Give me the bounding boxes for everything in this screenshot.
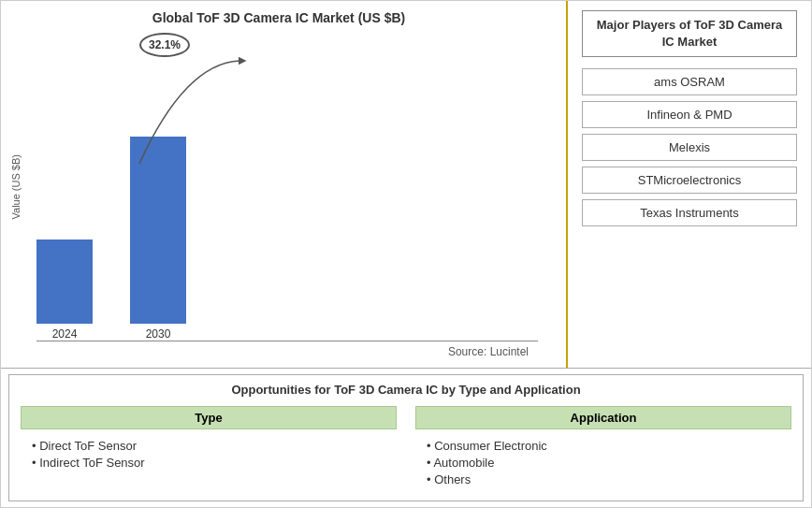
y-axis-label: Value (US $B) xyxy=(10,154,22,220)
player-item-4: Texas Instruments xyxy=(582,199,797,226)
type-header: Type xyxy=(21,406,397,429)
chart-wrapper: Value (US $B) 32.1% xyxy=(10,33,547,341)
bar-2030 xyxy=(130,137,186,324)
chart-title: Global ToF 3D Camera IC Market (US $B) xyxy=(152,10,405,25)
app-item-1: Automobile xyxy=(423,456,784,470)
bar-label-2030: 2030 xyxy=(146,327,171,341)
players-area: Major Players of ToF 3D Camera IC Market… xyxy=(568,1,811,368)
player-item-2: Melexis xyxy=(582,134,797,161)
cagr-annotation: 32.1% xyxy=(139,37,190,51)
app-item-0: Consumer Electronic xyxy=(423,439,784,453)
main-container: Global ToF 3D Camera IC Market (US $B) V… xyxy=(0,0,812,508)
type-items: Direct ToF Sensor Indirect ToF Sensor xyxy=(21,435,397,476)
player-item-1: Infineon & PMD xyxy=(582,101,797,128)
x-axis-line xyxy=(36,341,538,341)
chart-inner: 32.1% xyxy=(27,33,547,341)
bars-container: 32.1% xyxy=(27,33,547,341)
application-items: Consumer Electronic Automobile Others xyxy=(415,435,791,493)
top-section: Global ToF 3D Camera IC Market (US $B) V… xyxy=(1,1,811,369)
bottom-columns: Type Direct ToF Sensor Indirect ToF Sens… xyxy=(21,406,791,493)
chart-area: Global ToF 3D Camera IC Market (US $B) V… xyxy=(1,1,568,368)
players-title: Major Players of ToF 3D Camera IC Market xyxy=(582,10,797,57)
bar-label-2024: 2024 xyxy=(52,327,78,341)
bottom-section: Opportunities for ToF 3D Camera IC by Ty… xyxy=(8,374,804,501)
type-column: Type Direct ToF Sensor Indirect ToF Sens… xyxy=(21,406,397,493)
player-item-3: STMicroelectronics xyxy=(582,167,797,194)
application-column: Application Consumer Electronic Automobi… xyxy=(415,406,791,493)
type-item-1: Indirect ToF Sensor xyxy=(28,456,389,470)
bar-group-2024: 2024 xyxy=(36,239,93,341)
type-item-0: Direct ToF Sensor xyxy=(28,439,389,453)
cagr-arrow-svg xyxy=(83,33,289,201)
player-item-0: ams OSRAM xyxy=(582,68,797,95)
source-text: Source: Lucintel xyxy=(448,345,547,358)
cagr-bubble: 32.1% xyxy=(139,33,190,57)
application-header: Application xyxy=(415,406,791,429)
bar-2024 xyxy=(36,239,93,324)
bottom-title: Opportunities for ToF 3D Camera IC by Ty… xyxy=(21,383,791,397)
app-item-2: Others xyxy=(423,472,784,486)
bar-group-2030: 2030 xyxy=(130,137,186,341)
